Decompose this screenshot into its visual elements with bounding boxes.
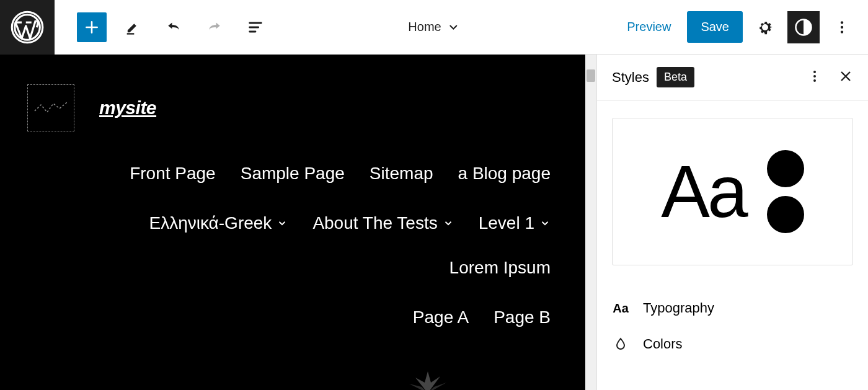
navigation-block[interactable]: Front Page Sample Page Sitemap a Blog pa… [27, 164, 558, 327]
more-vertical-icon [807, 69, 822, 84]
svg-point-5 [841, 30, 843, 33]
sidebar-title: Styles [612, 69, 649, 86]
nav-item[interactable]: About The Tests [312, 213, 453, 233]
editor-canvas[interactable]: mysite Front Page Sample Page Sitemap a … [0, 55, 596, 390]
toolbar-left-group [55, 12, 270, 42]
svg-point-4 [841, 25, 843, 28]
edit-icon [124, 19, 141, 36]
color-swatch [767, 150, 804, 187]
undo-button[interactable] [159, 12, 188, 42]
editor-toolbar: Home Preview Save [0, 0, 868, 55]
nav-item[interactable]: Ελληνικά-Greek [149, 213, 288, 233]
options-button[interactable] [827, 12, 857, 42]
more-vertical-icon [834, 19, 850, 35]
settings-button[interactable] [750, 12, 780, 42]
list-view-button[interactable] [241, 12, 270, 42]
styles-panel-toggle[interactable] [787, 11, 820, 43]
nav-item[interactable]: Front Page [130, 164, 216, 184]
svg-point-6 [813, 71, 816, 73]
close-icon [838, 69, 853, 84]
nav-item[interactable]: Page B [494, 308, 551, 327]
nav-item[interactable]: Sample Page [241, 164, 345, 184]
list-view-icon [247, 19, 264, 36]
decorative-image-icon [397, 365, 459, 390]
redo-icon [205, 18, 224, 37]
sidebar-item-colors[interactable]: Colors [612, 326, 853, 362]
chevron-down-icon [443, 218, 454, 229]
wordpress-icon [11, 11, 44, 44]
chevron-down-icon [539, 218, 551, 229]
close-sidebar-button[interactable] [838, 69, 853, 86]
wordpress-logo-button[interactable] [0, 0, 55, 55]
style-sections-list: Aa Typography Colors [597, 283, 868, 370]
color-swatch [767, 196, 804, 233]
color-swatches [767, 150, 804, 233]
site-header-block[interactable]: mysite [27, 84, 558, 131]
tools-button[interactable] [118, 12, 148, 42]
beta-badge: Beta [657, 67, 694, 87]
svg-point-8 [813, 79, 816, 82]
sidebar-more-button[interactable] [807, 69, 822, 86]
canvas-scrollbar[interactable] [585, 55, 596, 390]
undo-icon [164, 18, 183, 37]
styles-icon [794, 18, 813, 37]
editor-workspace: mysite Front Page Sample Page Sitemap a … [0, 55, 868, 390]
svg-point-3 [841, 21, 843, 24]
chevron-down-icon [448, 21, 460, 33]
sidebar-item-label: Colors [643, 336, 683, 352]
chevron-down-icon [277, 218, 288, 229]
block-inserter-button[interactable] [77, 12, 107, 42]
nav-item[interactable]: a Blog page [458, 164, 551, 184]
nav-item[interactable]: Page A [413, 308, 469, 327]
sidebar-item-typography[interactable]: Aa Typography [612, 290, 853, 326]
scrollbar-thumb[interactable] [587, 69, 595, 82]
styles-sidebar: Styles Beta Aa Aa Typography [596, 55, 868, 390]
toolbar-right-group: Preview Save [618, 11, 868, 43]
nav-item[interactable]: Sitemap [370, 164, 433, 184]
nav-item[interactable]: Lorem Ipsum [450, 258, 551, 278]
typography-icon: Aa [612, 301, 629, 316]
document-title-dropdown[interactable]: Home [408, 20, 459, 34]
sidebar-item-label: Typography [643, 300, 714, 316]
gear-icon [756, 18, 774, 37]
save-button[interactable]: Save [687, 11, 743, 43]
site-logo-placeholder[interactable] [27, 84, 74, 131]
site-title-block[interactable]: mysite [99, 97, 156, 118]
template-content: mysite Front Page Sample Page Sitemap a … [0, 55, 585, 327]
typography-sample: Aa [661, 155, 745, 228]
document-title: Home [408, 20, 441, 34]
nav-item[interactable]: Level 1 [479, 213, 551, 233]
colors-icon [612, 337, 629, 352]
plus-icon [84, 19, 100, 35]
sidebar-header: Styles Beta [597, 55, 868, 100]
preview-button[interactable]: Preview [618, 14, 680, 40]
svg-point-7 [813, 75, 816, 78]
image-placeholder-icon [33, 99, 68, 117]
redo-button[interactable] [200, 12, 229, 42]
style-preview-card[interactable]: Aa [612, 118, 853, 265]
